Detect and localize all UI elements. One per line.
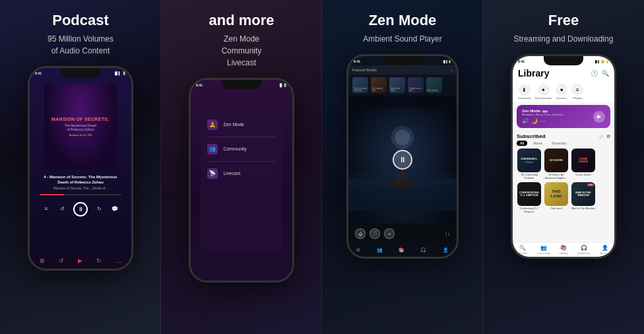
track-title: 4 - Mansion of Secrets: The MysteriousDe… — [38, 175, 123, 185]
cover-oj-text: CONFRONTING O.J. SIMPSON — [517, 182, 541, 206]
menu-icon[interactable]: ≡ — [42, 205, 51, 214]
more-menu-zen[interactable]: 🧘 Zen Mode — [207, 117, 275, 133]
mansion-subtitle: The Mysterious Deathof Rebecca Zahau — [51, 123, 110, 131]
lib-tab-community[interactable]: 👥 Community — [537, 245, 550, 255]
podcast-item-thisland[interactable]: THISLAND This Land — [544, 182, 569, 214]
panel-podcast-title: Podcast — [52, 12, 109, 29]
play-pause-button[interactable]: ⏸ — [73, 202, 88, 217]
comment-icon[interactable]: 💬 — [110, 205, 119, 214]
zen-tab-5[interactable]: 👤 — [443, 248, 449, 253]
subscribed-sort[interactable]: ↓↑ — [599, 134, 604, 139]
library-cat-downloads[interactable]: ⬇ Downloads — [518, 84, 531, 100]
headphone-label: Headphone — [577, 251, 591, 255]
zen-moon-icon: 🌙 — [531, 118, 538, 124]
more-phone-mockup: 9:41 ▐▌🔋 🧘 Zen Mode 👥 Community — [189, 78, 294, 283]
subscribed-header: Subscribed ↓↑ ⚙ — [513, 131, 614, 141]
library-cat-playlists[interactable]: ≡ Playlists — [571, 84, 583, 100]
discover-icon: 🔍 — [519, 245, 526, 251]
cover-crime-title: CRIMEJUNKIE — [579, 158, 589, 164]
zen-menu-label: Zen Mode — [223, 122, 244, 127]
22hours-title: 22 Hours: An American Nightm... — [544, 174, 569, 180]
podcast-album-title: MANSION of SECRETS: The Mysterious Death… — [49, 114, 112, 139]
zen-thumb-5[interactable]: Blue breeze — [426, 77, 442, 93]
zen-status-time: 9:41 — [354, 59, 360, 63]
progress-bar-container[interactable] — [40, 194, 121, 195]
panel-zen-title: Zen Mode — [369, 12, 437, 29]
rewind-icon[interactable]: ↺ — [57, 205, 67, 214]
cover-thisland: THISLAND — [544, 182, 568, 206]
cover-chernobyl-sub: Podcast — [526, 161, 533, 164]
filter-tab-favorites[interactable]: Favorites — [549, 141, 570, 146]
svg-rect-6 — [348, 173, 457, 185]
lib-tab-headphone[interactable]: 🎧 Headphone — [577, 245, 591, 255]
lib-tab-library[interactable]: 📚 Library — [560, 245, 567, 255]
zen-thumb-1[interactable]: The inner calm in the rain — [352, 77, 368, 93]
zen-thumb-2[interactable]: The healing rain — [371, 77, 387, 93]
cover-chernobyl-text: CHERNOBYL Podcast — [517, 149, 541, 172]
zen-phone-mockup: 9:41 ▐▌▌🔋 Featured Bundle ♬ The inner ca… — [346, 54, 459, 259]
zen-tab-4[interactable]: 🎧 — [420, 248, 426, 253]
zen-ctrl-3[interactable]: ≡ — [384, 228, 395, 239]
lib-tab-account[interactable]: 👤 Account — [600, 245, 609, 255]
panel-free-title: Free — [548, 12, 579, 29]
podcast-signal: ▐▌▌ — [113, 71, 121, 75]
forward-icon[interactable]: ↻ — [94, 205, 104, 214]
zen-banner-icons: 🔊 🌙 ⋯ — [522, 118, 563, 124]
library-phone-screen: 9:41 ▐▌▌ 📶 🔋 Library 🕐 🔍 — [513, 56, 614, 257]
more-menu-community[interactable]: 👥 Community — [207, 141, 275, 157]
tab-rewind[interactable]: ↺ — [59, 257, 64, 264]
zen-tab-1[interactable]: ⊞ — [356, 248, 360, 253]
zen-banner-badge: new — [542, 110, 548, 113]
library-search-icon[interactable]: 🔍 — [602, 70, 609, 77]
more-menu-livecast[interactable]: 📡 Livecast — [207, 166, 275, 182]
zen-tab-2[interactable]: 👥 — [377, 248, 383, 253]
cover-thisland-text: THISLAND — [544, 182, 568, 206]
subscribed-settings[interactable]: ⚙ — [606, 134, 610, 139]
community-menu-label: Community — [223, 147, 246, 151]
playlists-icon: ≡ — [571, 84, 583, 96]
filter-tab-music[interactable]: Music — [530, 141, 546, 146]
podcast-item-crimejunkie[interactable]: CRIMEJUNKIE Crime Junkie — [571, 149, 596, 180]
library-status-icons: ▐▌▌ 📶 🔋 — [594, 60, 609, 63]
zen-tab-3[interactable]: 📚 — [399, 248, 404, 253]
lib-tab-discover[interactable]: 🔍 Discover — [517, 245, 528, 255]
livecast-menu-label: Livecast — [223, 171, 240, 176]
cover-man-title: MAN IN THE WINDOW — [573, 191, 594, 197]
library-cat-episodes[interactable]: ✦ New Episodes — [535, 84, 552, 100]
oj-title: Confronting O.J. Simpson — [517, 207, 542, 214]
panel-free-subtitle: Streaming and Downloading — [514, 33, 614, 45]
library-zen-banner[interactable]: Zen Mode new Meditation, Sleep, Focus & … — [517, 105, 610, 128]
podcast-item-22hours[interactable]: 22 HOURS 22 Hours: An American Nightm... — [544, 149, 569, 180]
zen-volume[interactable]: ↑↓ — [445, 231, 450, 237]
thisland-title: This Land — [550, 207, 562, 211]
library-clock-icon[interactable]: 🕐 — [591, 70, 598, 77]
more-phone-screen: 9:41 ▐▌🔋 🧘 Zen Mode 👥 Community — [191, 80, 292, 281]
mansion-title: MANSION of SECRETS: — [51, 117, 110, 122]
podcast-track-info: 4 - Mansion of Secrets: The MysteriousDe… — [35, 175, 126, 190]
tab-play[interactable]: ▶ — [78, 257, 82, 264]
podcast-item-man[interactable]: MAN IN THE WINDOW Live Man In The Window — [571, 182, 596, 214]
cover-crime: CRIMEJUNKIE — [571, 149, 595, 172]
zen-thumb-3[interactable]: Saint Joan heist — [389, 77, 405, 93]
podcast-item-oj[interactable]: CONFRONTING O.J. SIMPSON Confronting O.J… — [517, 182, 542, 214]
zen-featured-text: Featured Bundle — [352, 68, 377, 72]
playlists-label: Playlists — [573, 96, 583, 100]
panel-more-subtitle: Zen ModeCommunityLivecast — [222, 33, 262, 69]
more-status-time: 9:41 — [196, 83, 203, 87]
tab-home[interactable]: ⊞ — [40, 257, 45, 264]
tab-refresh[interactable]: ↻ — [96, 257, 102, 264]
filter-tab-all[interactable]: All — [517, 141, 527, 146]
zen-thumbnails-row: The inner calm in the rain The healing r… — [348, 75, 457, 96]
zen-ctrl-2[interactable]: 🎵 — [370, 228, 380, 239]
zen-tab-bar: ⊞ 👥 📚 🎧 👤 — [348, 244, 457, 257]
cover-22hours-text: 22 HOURS — [544, 149, 568, 172]
zen-banner-play[interactable]: ▶ — [593, 111, 605, 123]
progress-bar-fill — [40, 194, 64, 195]
tab-more[interactable]: … — [115, 257, 121, 264]
library-header: Library 🕐 🔍 — [513, 65, 614, 81]
zen-status-icons: ▐▌▌🔋 — [442, 60, 451, 63]
podcast-item-chernobyl[interactable]: CHERNOBYL Podcast The Chernobyl Podcast — [517, 149, 542, 180]
zen-ctrl-1[interactable]: ⏻ — [355, 228, 366, 239]
library-cat-favorites[interactable]: ♥ Favorites — [556, 84, 567, 100]
zen-thumb-4[interactable]: Twilight near a wa... — [408, 77, 424, 93]
